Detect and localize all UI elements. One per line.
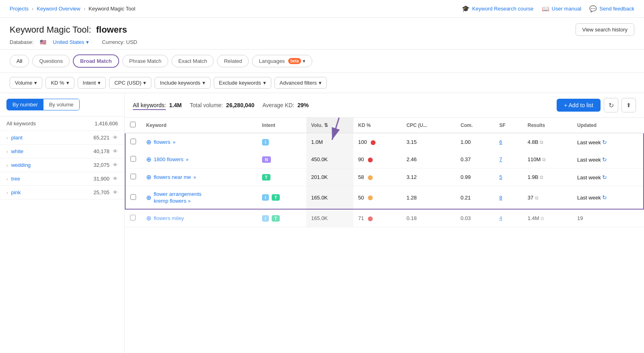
copy-icon[interactable]: ⧉: [540, 174, 543, 180]
breadcrumb-projects[interactable]: Projects: [10, 6, 29, 12]
volume-col-header[interactable]: Volu. ⇅: [306, 118, 353, 133]
tab-all[interactable]: All: [10, 55, 29, 67]
expand-keyword-icon[interactable]: ⊕: [146, 194, 151, 201]
row-checkbox[interactable]: [130, 194, 136, 200]
volume-cell: 201.0K: [306, 168, 353, 186]
keyword-link[interactable]: 1800 flowers: [154, 156, 184, 162]
database-row: Database: 🇺🇸 United States ▾ Currency: U…: [10, 39, 634, 45]
eye-icon[interactable]: 👁: [113, 148, 118, 154]
cpc-col-header: CPC (U...: [402, 118, 456, 133]
all-keywords-stat: All keywords: 1.4M: [133, 102, 182, 108]
expand-arrow-icon: ›: [6, 163, 8, 168]
results-cell: 37 ⧉: [523, 186, 572, 210]
eye-icon[interactable]: 👁: [113, 189, 118, 195]
export-button[interactable]: ⬆: [621, 98, 636, 112]
refresh-row-icon[interactable]: ↻: [602, 194, 607, 201]
sidebar-item-tree[interactable]: › tree 31,900 👁: [0, 172, 124, 186]
table-container: Keyword Intent Volu. ⇅ KD % CPC (U... Co…: [125, 118, 644, 353]
breadcrumb-keyword-overview[interactable]: Keyword Overview: [37, 6, 80, 12]
keyword-link[interactable]: flowers miley: [154, 215, 184, 221]
refresh-row-icon[interactable]: ↻: [602, 139, 607, 145]
intent-cell: I T: [257, 186, 306, 210]
keyword-link[interactable]: flowers: [154, 139, 170, 145]
expand-keyword-icon[interactable]: ⊕: [146, 138, 151, 146]
filter-intent[interactable]: Intent ▾: [78, 77, 106, 89]
keyword-link-line1[interactable]: flower arrangements: [154, 191, 202, 197]
eye-icon[interactable]: 👁: [113, 135, 118, 141]
sf-link[interactable]: 5: [500, 174, 502, 180]
row-checkbox[interactable]: [130, 215, 136, 220]
com-cell: 0.37: [456, 151, 494, 168]
eye-icon[interactable]: 👁: [113, 162, 118, 168]
copy-icon[interactable]: ⧉: [542, 157, 546, 162]
kd-indicator: [368, 175, 373, 180]
sort-by-number[interactable]: By number: [7, 99, 43, 110]
tab-exact-match[interactable]: Exact Match: [171, 55, 214, 67]
row-checkbox[interactable]: [130, 139, 136, 144]
related-arrows-icon[interactable]: »: [188, 198, 191, 204]
filter-advanced[interactable]: Advanced filters ▾: [275, 77, 327, 89]
related-arrows-icon[interactable]: »: [193, 174, 196, 180]
table-row: ⊕ flower arrangements kremp flowers »: [125, 186, 644, 210]
sort-by-volume[interactable]: By volume: [43, 99, 79, 110]
send-feedback-link[interactable]: 💬 Send feedback: [589, 5, 634, 12]
send-feedback-label: Send feedback: [599, 6, 634, 12]
refresh-row-icon[interactable]: ↻: [602, 174, 607, 181]
related-arrows-icon[interactable]: »: [173, 139, 175, 145]
intent-cell: N: [257, 151, 306, 168]
user-manual-link[interactable]: 📖 User manual: [542, 5, 582, 12]
research-course-link[interactable]: 🎓 Keyword Research course: [462, 5, 533, 12]
keyword-link[interactable]: flowers near me: [154, 174, 191, 180]
sidebar-item-plant[interactable]: › plant 65,221 👁: [0, 131, 124, 145]
refresh-row-icon[interactable]: ↻: [602, 156, 607, 163]
tab-broad-match[interactable]: Broad Match: [73, 54, 119, 68]
chevron-down-icon: ▾: [66, 80, 69, 86]
all-keywords-label: All keywords: [6, 120, 36, 127]
expand-arrow-icon: ›: [6, 149, 8, 154]
database-selector[interactable]: United States ▾: [53, 39, 89, 45]
sidebar-item-pink[interactable]: › pink 25,705 👁: [0, 186, 124, 199]
view-history-button[interactable]: View search history: [576, 23, 634, 36]
tab-phrase-match[interactable]: Phrase Match: [122, 55, 168, 67]
copy-icon[interactable]: ⧉: [541, 216, 544, 221]
sf-link[interactable]: 7: [500, 156, 502, 162]
expand-keyword-icon[interactable]: ⊕: [146, 156, 151, 163]
results-cell: 110M ⧉: [523, 151, 572, 168]
sidebar-item-wedding[interactable]: › wedding 32,075 👁: [0, 158, 124, 172]
sf-link[interactable]: 8: [500, 195, 502, 201]
com-cell: 1.00: [456, 133, 494, 151]
sf-link[interactable]: 4: [500, 215, 502, 221]
add-to-list-button[interactable]: + Add to list: [557, 99, 601, 112]
chevron-down-icon: ▾: [34, 80, 37, 86]
related-arrows-icon[interactable]: »: [186, 157, 189, 162]
tab-languages[interactable]: Languages beta ▾: [252, 55, 312, 67]
tab-related[interactable]: Related: [217, 55, 249, 67]
select-all-checkbox[interactable]: [130, 122, 136, 127]
filter-cpc[interactable]: CPC (USD) ▾: [109, 77, 151, 89]
page-title-keyword: flowers: [96, 25, 127, 35]
volume-sort[interactable]: Volu. ⇅: [311, 123, 349, 128]
copy-icon[interactable]: ⧉: [535, 195, 539, 201]
filter-kd[interactable]: KD % ▾: [45, 77, 74, 89]
filter-volume[interactable]: Volume ▾: [10, 77, 42, 89]
eye-icon[interactable]: 👁: [113, 176, 118, 182]
refresh-button[interactable]: ↻: [604, 98, 618, 112]
row-checkbox[interactable]: [130, 174, 136, 179]
sidebar-item-white[interactable]: › white 40,178 👁: [0, 145, 124, 158]
sf-link[interactable]: 6: [500, 139, 502, 145]
row-checkbox-cell: [125, 151, 141, 168]
tab-questions[interactable]: Questions: [32, 55, 70, 67]
avg-kd-stat: Average KD: 29%: [262, 102, 309, 108]
keyword-cell: ⊕ flowers near me »: [141, 168, 257, 186]
copy-icon[interactable]: ⧉: [540, 139, 543, 145]
expand-keyword-icon[interactable]: ⊕: [146, 214, 151, 222]
all-keywords-value: 1.4M: [169, 102, 182, 108]
intent-badge-t: T: [262, 174, 270, 181]
filter-exclude-keywords[interactable]: Exclude keywords ▾: [214, 77, 271, 89]
keyword-link-line2[interactable]: kremp flowers: [154, 198, 186, 204]
chevron-down-icon: ▾: [86, 39, 89, 45]
row-checkbox[interactable]: [130, 156, 136, 162]
com-cell: 0.99: [456, 168, 494, 186]
filter-include-keywords[interactable]: Include keywords ▾: [155, 77, 210, 89]
expand-keyword-icon[interactable]: ⊕: [146, 173, 151, 181]
